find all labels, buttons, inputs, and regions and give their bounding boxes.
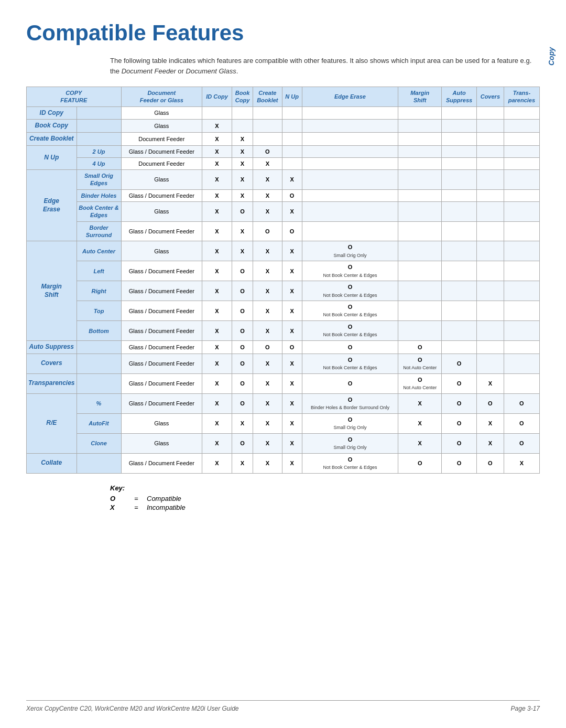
create_booklet-cell bbox=[253, 120, 282, 133]
book_copy-cell: X bbox=[232, 132, 253, 145]
transparencies-cell bbox=[504, 261, 539, 281]
create_booklet-cell: X bbox=[253, 170, 282, 190]
edge_erase-cell bbox=[302, 221, 398, 241]
doc-cell: Glass / Document Feeder bbox=[121, 354, 202, 373]
table-row: TopGlass / Document FeederXOXXONot Book … bbox=[27, 301, 540, 321]
feature-cell: Book Copy bbox=[27, 120, 77, 133]
col-header-idcopy: ID Copy bbox=[202, 87, 232, 107]
doc-cell: Document Feeder bbox=[121, 157, 202, 169]
book_copy-cell: O bbox=[232, 261, 253, 281]
subfeature-cell: Right bbox=[77, 281, 121, 301]
side-label: Copy bbox=[547, 47, 556, 66]
margin_shift-cell bbox=[398, 301, 442, 321]
covers-cell bbox=[476, 301, 504, 321]
table-row: Auto SuppressGlass / Document FeederXOOO… bbox=[27, 341, 540, 354]
auto_suppress-cell: O bbox=[442, 413, 477, 433]
n_up-cell: X bbox=[282, 321, 302, 341]
create_booklet-cell: O bbox=[253, 341, 282, 354]
create_booklet-cell: O bbox=[253, 221, 282, 241]
transparencies-cell bbox=[504, 157, 539, 169]
subfeature-cell bbox=[77, 120, 121, 133]
covers-cell bbox=[476, 145, 504, 157]
create_booklet-cell: X bbox=[253, 321, 282, 341]
doc-cell: Glass / Document Feeder bbox=[121, 261, 202, 281]
transparencies-cell bbox=[504, 354, 539, 373]
n_up-cell: X bbox=[282, 433, 302, 453]
subfeature-cell: AutoFit bbox=[77, 413, 121, 433]
create_booklet-cell: X bbox=[253, 202, 282, 222]
book_copy-cell: X bbox=[232, 170, 253, 190]
book_copy-cell: X bbox=[232, 145, 253, 157]
edge_erase-cell bbox=[302, 189, 398, 201]
subfeature-cell: Bottom bbox=[77, 321, 121, 341]
create_booklet-cell: O bbox=[253, 145, 282, 157]
doc-cell: Glass / Document Feeder bbox=[121, 145, 202, 157]
n_up-cell bbox=[282, 157, 302, 169]
subfeature-cell: Auto Center bbox=[77, 241, 121, 261]
edge_erase-cell: OSmall Orig Only bbox=[302, 413, 398, 433]
transparencies-cell bbox=[504, 120, 539, 133]
table-row: AutoFitGlassXXXXOSmall Orig OnlyXOXO bbox=[27, 413, 540, 433]
transparencies-cell bbox=[504, 202, 539, 222]
covers-cell bbox=[476, 241, 504, 261]
auto_suppress-cell bbox=[442, 157, 477, 169]
transparencies-cell bbox=[504, 189, 539, 201]
subfeature-cell: Binder Holes bbox=[77, 189, 121, 201]
key-eq-x: = bbox=[126, 504, 147, 511]
book_copy-cell: X bbox=[232, 241, 253, 261]
id_copy-cell: X bbox=[202, 132, 232, 145]
n_up-cell: O bbox=[282, 221, 302, 241]
id_copy-cell: X bbox=[202, 241, 232, 261]
edge_erase-cell bbox=[302, 157, 398, 169]
edge_erase-cell: OSmall Orig Only bbox=[302, 241, 398, 261]
covers-cell: X bbox=[476, 373, 504, 393]
n_up-cell: X bbox=[282, 453, 302, 473]
col-header-autosuppress: AutoSuppress bbox=[442, 87, 477, 107]
n_up-cell: X bbox=[282, 170, 302, 190]
id_copy-cell: X bbox=[202, 413, 232, 433]
book_copy-cell: X bbox=[232, 413, 253, 433]
book_copy-cell bbox=[232, 120, 253, 133]
n_up-cell: O bbox=[282, 341, 302, 354]
create_booklet-cell: X bbox=[253, 354, 282, 373]
id_copy-cell: X bbox=[202, 170, 232, 190]
margin_shift-cell bbox=[398, 261, 442, 281]
feature-cell: Create Booklet bbox=[27, 132, 77, 145]
auto_suppress-cell bbox=[442, 132, 477, 145]
id_copy-cell: X bbox=[202, 373, 232, 393]
id_copy-cell: X bbox=[202, 354, 232, 373]
auto_suppress-cell: O bbox=[442, 393, 477, 413]
transparencies-cell: O bbox=[504, 413, 539, 433]
col-header-doc: DocumentFeeder or Glass bbox=[121, 87, 202, 107]
transparencies-cell bbox=[504, 106, 539, 120]
subfeature-cell: Small Orig Edges bbox=[77, 170, 121, 190]
create_booklet-cell: X bbox=[253, 393, 282, 413]
margin_shift-cell bbox=[398, 157, 442, 169]
margin_shift-cell bbox=[398, 202, 442, 222]
transparencies-cell bbox=[504, 241, 539, 261]
n_up-cell: X bbox=[282, 202, 302, 222]
intro-text: The following table indicates which feat… bbox=[110, 56, 540, 76]
id_copy-cell: X bbox=[202, 189, 232, 201]
transparencies-cell: X bbox=[504, 453, 539, 473]
edge_erase-cell: ONot Book Center & Edges bbox=[302, 354, 398, 373]
n_up-cell: O bbox=[282, 189, 302, 201]
footer-right: Page 3-17 bbox=[511, 705, 540, 712]
create_booklet-cell: X bbox=[253, 413, 282, 433]
doc-cell: Glass bbox=[121, 202, 202, 222]
auto_suppress-cell bbox=[442, 170, 477, 190]
margin_shift-cell bbox=[398, 132, 442, 145]
key-section: Key: O = Compatible X = Incompatible bbox=[110, 484, 540, 511]
covers-cell: O bbox=[476, 393, 504, 413]
doc-cell: Glass bbox=[121, 170, 202, 190]
n_up-cell bbox=[282, 106, 302, 120]
footer-left: Xerox CopyCentre C20, WorkCentre M20 and… bbox=[26, 705, 239, 712]
book_copy-cell: X bbox=[232, 453, 253, 473]
feature-cell: Auto Suppress bbox=[27, 341, 77, 354]
edge_erase-cell: O bbox=[302, 373, 398, 393]
n_up-cell: X bbox=[282, 373, 302, 393]
auto_suppress-cell: O bbox=[442, 433, 477, 453]
n_up-cell: X bbox=[282, 261, 302, 281]
auto_suppress-cell bbox=[442, 301, 477, 321]
covers-cell bbox=[476, 132, 504, 145]
